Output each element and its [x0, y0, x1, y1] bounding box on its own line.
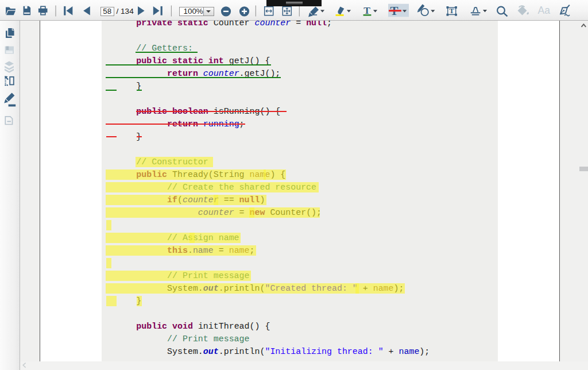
svg-text:T: T: [449, 6, 454, 15]
svg-text:Aa: Aa: [538, 5, 551, 16]
